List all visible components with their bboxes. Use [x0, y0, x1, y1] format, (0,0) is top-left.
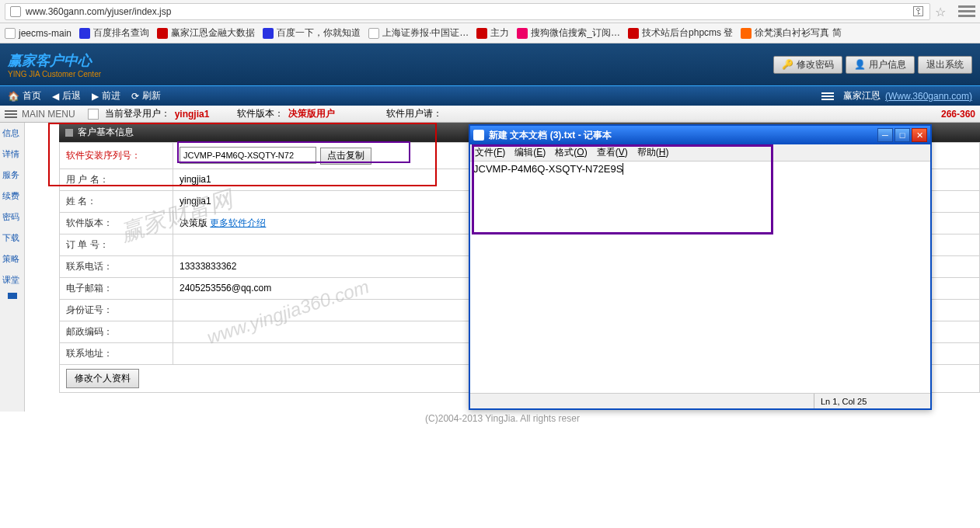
notepad-window[interactable]: 新建 文本文档 (3).txt - 记事本 ─ □ ✕ 文件(F) 编辑(E) … [469, 124, 932, 410]
key-icon: 🔑 [782, 59, 793, 70]
email-label: 电子邮箱： [60, 277, 173, 299]
favicon [5, 28, 16, 39]
bookmark-item[interactable]: 上海证券报·中国证… [368, 26, 469, 40]
site-url-link[interactable]: (Www.360gann.com) [885, 91, 972, 102]
site-name: 赢家江恩 [843, 89, 881, 102]
hotline: 266-360 [941, 109, 980, 120]
address-label: 联系地址： [60, 342, 173, 364]
status-bar: MAIN MENU 当前登录用户： yingjia1 软件版本： 决策版用户 软… [0, 106, 980, 123]
logo: 赢家客户中心 YING JIA Customer Center [8, 51, 101, 78]
page-icon [10, 6, 21, 17]
serial-label: 软件安装序列号： [60, 143, 173, 169]
user-info-button[interactable]: 👤用户信息 [846, 56, 915, 74]
menu-format[interactable]: 格式(O) [555, 146, 587, 159]
bookmark-item[interactable]: 徐梵溪白衬衫写真 简 [741, 26, 841, 40]
back-icon: ◀ [52, 91, 59, 102]
key-icon[interactable]: ⚿ [912, 5, 925, 18]
order-label: 订 单 号： [60, 234, 173, 255]
text-caret [623, 163, 623, 175]
favicon [263, 28, 274, 39]
zip-label: 邮政编码： [60, 321, 173, 342]
notepad-title: 新建 文本文档 (3).txt - 记事本 [489, 129, 877, 142]
favicon [79, 28, 90, 39]
menu-help[interactable]: 帮助(H) [637, 146, 669, 159]
menu-file[interactable]: 文件(F) [475, 146, 505, 159]
favicon [157, 28, 168, 39]
bookmark-item[interactable]: 百度排名查询 [79, 26, 149, 40]
version-row-value: 决策版 [180, 217, 208, 228]
sidebar-expand-icon[interactable] [8, 293, 17, 308]
nav-forward[interactable]: ▶前进 [92, 89, 120, 102]
login-label: 当前登录用户： [100, 107, 175, 120]
sidebar-item[interactable]: 策略 [0, 248, 24, 269]
nav-bar: 🏠首页 ◀后退 ▶前进 ⟳刷新 赢家江恩 (Www.360gann.com) [0, 85, 980, 106]
sidebar-item[interactable]: 详情 [0, 144, 24, 165]
logo-subtitle: YING JIA Customer Center [8, 70, 101, 78]
sidebar-item[interactable]: 信息 [0, 123, 24, 144]
edit-profile-button[interactable]: 修改个人资料 [66, 369, 139, 388]
menu-edit[interactable]: 编辑(E) [514, 146, 546, 159]
app-header: 赢家客户中心 YING JIA Customer Center 🔑修改密码 👤用… [0, 43, 980, 85]
bookmark-item[interactable]: 搜狗微信搜索_订阅… [517, 26, 620, 40]
favicon [628, 28, 639, 39]
nav-home[interactable]: 🏠首页 [8, 89, 41, 102]
notepad-textarea[interactable]: JCVMP-P4M6Q-XSQTY-N72E9S [470, 162, 930, 393]
main-menu-label: MAIN MENU [22, 109, 75, 120]
bookmark-star-icon[interactable]: ☆ [935, 5, 949, 19]
phone-label: 联系电话： [60, 255, 173, 277]
sidebar-item[interactable]: 下载 [0, 228, 24, 248]
home-icon: 🏠 [8, 91, 19, 102]
menu-view[interactable]: 查看(V) [597, 146, 628, 159]
notepad-statusbar: Ln 1, Col 25 [470, 393, 930, 408]
main-menu-icon[interactable] [5, 110, 17, 118]
notepad-icon [473, 130, 484, 141]
bookmark-item[interactable]: 赢家江恩金融大数据 [157, 26, 255, 40]
request-label: 软件用户请： [382, 107, 447, 120]
chrome-menu-icon[interactable] [958, 3, 975, 20]
notepad-cursor-pos: Ln 1, Col 25 [814, 394, 930, 408]
refresh-icon: ⟳ [131, 91, 139, 102]
nav-refresh[interactable]: ⟳刷新 [131, 89, 161, 102]
sidebar-item[interactable]: 课堂 [0, 269, 24, 290]
logo-text: 赢家客户中心 [8, 51, 101, 70]
sidebar: 信息详情服务续费密码下载策略课堂 [0, 123, 25, 412]
bookmark-item[interactable]: 主力 [476, 26, 509, 40]
username-label: 用 户 名： [60, 168, 173, 190]
maximize-button[interactable]: □ [895, 128, 910, 142]
panel-icon [65, 129, 73, 137]
bookmark-item[interactable]: jeecms-main [5, 28, 71, 39]
version-label: 软件版本： [232, 107, 288, 120]
copy-serial-button[interactable]: 点击复制 [320, 148, 371, 165]
favicon [517, 28, 528, 39]
user-icon: 👤 [854, 59, 866, 70]
nav-back[interactable]: ◀后退 [52, 89, 81, 102]
url-text: www.360gann.com/yjuser/index.jsp [26, 6, 912, 17]
toggle-box[interactable] [88, 109, 99, 120]
change-password-button[interactable]: 🔑修改密码 [773, 56, 842, 74]
notepad-menubar: 文件(F) 编辑(E) 格式(O) 查看(V) 帮助(H) [470, 144, 930, 162]
idcard-label: 身份证号： [60, 299, 173, 321]
serial-input[interactable] [180, 147, 316, 164]
bookmark-item[interactable]: 百度一下，你就知道 [263, 26, 361, 40]
exit-button[interactable]: 退出系统 [918, 56, 972, 74]
sidebar-item[interactable]: 服务 [0, 165, 24, 186]
bookmarks-bar: jeecms-main百度排名查询赢家江恩金融大数据百度一下，你就知道上海证券报… [0, 23, 980, 43]
login-user: yingjia1 [175, 109, 210, 120]
more-software-link[interactable]: 更多软件介绍 [210, 217, 266, 228]
minimize-button[interactable]: ─ [877, 128, 893, 142]
version-row-label: 软件版本： [60, 212, 173, 234]
name-label: 姓 名： [60, 190, 173, 212]
favicon [368, 28, 379, 39]
footer-copyright: (C)2004-2013 YingJia. All rights reser [25, 413, 980, 424]
bookmark-item[interactable]: 技术站后台phpcms 登 [628, 26, 733, 40]
close-button[interactable]: ✕ [912, 128, 927, 142]
menu-icon[interactable] [821, 92, 834, 100]
version-value: 决策版用户 [288, 107, 335, 120]
favicon [476, 28, 487, 39]
notepad-titlebar[interactable]: 新建 文本文档 (3).txt - 记事本 ─ □ ✕ [470, 126, 930, 144]
favicon [741, 28, 752, 39]
address-bar[interactable]: www.360gann.com/yjuser/index.jsp ⚿ [5, 3, 930, 20]
sidebar-item[interactable]: 密码 [0, 207, 24, 228]
sidebar-item[interactable]: 续费 [0, 186, 24, 207]
forward-icon: ▶ [92, 91, 99, 102]
